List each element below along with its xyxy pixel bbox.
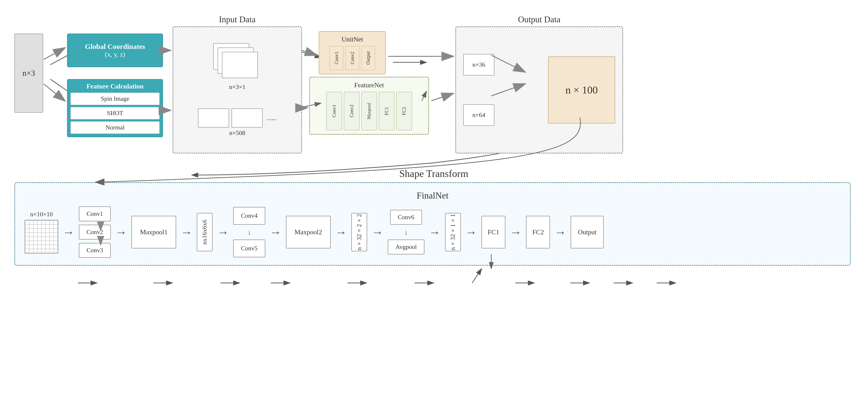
arrow-6: → bbox=[335, 225, 347, 239]
fc1-box: FC1 bbox=[482, 216, 505, 248]
grid-box bbox=[25, 220, 58, 254]
arrow-7: → bbox=[371, 225, 383, 239]
unitnet-box: UnitNet Conv1 Conv2 Output bbox=[319, 31, 386, 75]
stacked-label: n×3×1 bbox=[229, 84, 245, 91]
fn-conv1: Conv1 bbox=[327, 92, 342, 130]
n32x2x2-box: n×32×2×2 bbox=[351, 213, 367, 251]
avgpool-rect: Avgpool bbox=[388, 240, 425, 255]
global-coords-subtitle: (x, y, z) bbox=[105, 51, 125, 58]
wide-label: n×508 bbox=[229, 129, 245, 137]
conv2-rect: Conv2 bbox=[79, 225, 111, 240]
output-data-title: Output Data bbox=[455, 14, 623, 25]
nx16x6x6-box: nx16x6x6 bbox=[197, 213, 213, 251]
maxpool2-box: Maxpool2 bbox=[286, 216, 331, 248]
fc2-box: FC2 bbox=[526, 216, 550, 248]
conv6-avgpool-stack: Conv6 ↓ Avgpool bbox=[388, 210, 425, 255]
output-n100-box: n × 100 bbox=[548, 56, 615, 123]
unitnet-title: UnitNet bbox=[324, 35, 380, 43]
conv6-rect: Conv6 bbox=[390, 210, 422, 225]
arrow-3: → bbox=[181, 225, 192, 239]
finalnet-input-label: n×10×10 bbox=[30, 211, 53, 218]
fn-conv2: Conv2 bbox=[344, 92, 360, 130]
maxpool1-box: Maxpool1 bbox=[131, 216, 176, 248]
fn-fc1: FC1 bbox=[379, 92, 395, 130]
stacked-boxes bbox=[213, 43, 261, 82]
conv4-rect: Conv4 bbox=[233, 207, 265, 225]
feature-item-shot: SHOT bbox=[70, 107, 160, 119]
wide-boxes-group: ...... n×508 bbox=[198, 109, 277, 137]
output-data-dashed-box: n×36 n×64 n × 100 bbox=[455, 26, 623, 153]
output-n36-box: n×36 bbox=[463, 54, 494, 76]
fn-maxpool: Maxpool bbox=[362, 92, 377, 130]
finalnet-title: FinalNet bbox=[25, 190, 840, 201]
input-nx3-label: n×3 bbox=[22, 68, 35, 78]
feature-calc-title: Feature Calculation bbox=[70, 83, 160, 90]
input-nx3-box: n×3 bbox=[14, 34, 43, 113]
feature-item-normal: Normal bbox=[70, 121, 160, 134]
conv5-rect: Conv5 bbox=[233, 240, 265, 257]
stacked-boxes-group: n×3×1 bbox=[213, 43, 261, 91]
arrow-11: → bbox=[554, 225, 566, 239]
global-coords-title: Global Coordinates bbox=[85, 42, 145, 51]
arrow-2: → bbox=[115, 225, 127, 239]
global-coords-box: Global Coordinates (x, y, z) bbox=[67, 34, 163, 67]
unitnet-output: Output bbox=[361, 46, 375, 70]
finalnet-wrapper: FinalNet n×10×10 → Co bbox=[14, 182, 851, 266]
conv-stack-2: Conv4 ↓ Conv5 bbox=[233, 207, 265, 257]
fn-fc2: FC2 bbox=[396, 92, 412, 130]
conv-stack-1: Conv1 Conv2 Conv3 bbox=[79, 206, 111, 258]
arrow-4: → bbox=[217, 225, 229, 239]
arrow-8: → bbox=[429, 225, 441, 239]
unitnet-conv2: Conv2 bbox=[345, 46, 359, 70]
output-n100-label: n × 100 bbox=[565, 84, 598, 96]
arrow-10: → bbox=[510, 225, 522, 239]
arrow-1: → bbox=[63, 225, 74, 239]
arrow-9: → bbox=[465, 225, 477, 239]
feature-calc-box: Feature Calculation Spin Image SHOT Norm… bbox=[67, 79, 163, 137]
feature-item-spin: Spin Image bbox=[70, 93, 160, 105]
arrow-5: → bbox=[270, 225, 282, 239]
input-data-dashed-box: n×3×1 ...... n×508 bbox=[173, 26, 302, 153]
shape-transform-title: Shape Transform bbox=[14, 168, 853, 179]
unitnet-conv1: Conv1 bbox=[330, 46, 343, 70]
input-data-title: Input Data bbox=[173, 14, 302, 25]
output-box: Output bbox=[570, 216, 604, 248]
featurenet-wrapper: FeatureNet Conv1 Conv2 Maxpool FC1 FC2 bbox=[309, 77, 429, 135]
featurenet-title: FeatureNet bbox=[315, 81, 424, 89]
dots-label: ...... bbox=[267, 114, 277, 122]
diagram-container: n×3 Global Coordinates (x, y, z) Feature… bbox=[0, 0, 868, 417]
output-n36-label: n×36 bbox=[472, 61, 485, 68]
output-n64-box: n×64 bbox=[463, 104, 494, 126]
output-n64-label: n×64 bbox=[472, 112, 485, 119]
n32x1x1-box: n×32×1×1 bbox=[445, 213, 461, 251]
conv1-rect: Conv1 bbox=[79, 206, 111, 221]
conv3-rect: Conv3 bbox=[79, 243, 111, 258]
